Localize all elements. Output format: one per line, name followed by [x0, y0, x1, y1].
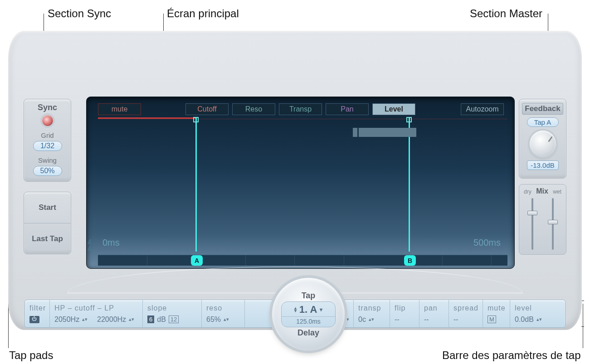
timesig-top: 4 — [88, 239, 92, 246]
spread-label: spread — [453, 304, 478, 312]
flip-label: flip — [395, 304, 414, 312]
flip-cell: flip -- — [390, 300, 419, 327]
mix-label: Mix — [536, 187, 548, 195]
tap-selector-value: 1. A — [299, 304, 317, 315]
reso-label: reso — [206, 304, 240, 312]
tab-transp[interactable]: Transp — [279, 103, 322, 115]
mix-sliders — [522, 195, 563, 250]
tap-delay-medallion: Tap ▴▾ 1. A ▾ 125.0ms Delay — [272, 278, 345, 350]
callout-sync: Section Sync — [48, 7, 111, 20]
filter-power-button[interactable] — [29, 316, 39, 323]
last-tap-pad[interactable]: Last Tap — [24, 223, 71, 254]
feedback-value[interactable]: -13.0dB — [527, 160, 559, 170]
swing-value[interactable]: 50% — [33, 166, 62, 176]
display-body[interactable] — [98, 117, 507, 252]
filter-label: filter — [29, 304, 45, 312]
callout-tapbar: Barre des paramètres de tap — [442, 349, 581, 362]
tap-selector[interactable]: ▴▾ 1. A ▾ — [282, 304, 335, 315]
chevron-down-icon[interactable]: ▾ — [320, 308, 322, 311]
callout-tapbar-line — [583, 304, 583, 348]
sync-section: Sync Grid 1/32 Swing 50% — [24, 99, 71, 182]
medallion-tap-label: Tap — [302, 291, 316, 301]
main-display[interactable]: mute Cutoff Reso Transp Pan Level Autozo… — [86, 97, 515, 269]
callout-master: Section Master — [470, 7, 542, 20]
mute-cell: mute M — [483, 300, 510, 327]
pan-value[interactable]: -- — [424, 315, 429, 324]
timeline-ruler[interactable]: A B — [98, 255, 507, 266]
callout-main: Écran principal — [167, 7, 239, 20]
cutoff-cell: HP – cutoff – LP 2050Hz▴▾ 22000Hz▴▾ — [50, 300, 143, 327]
autozoom-button[interactable]: Autozoom — [461, 103, 504, 115]
tap-marker-a[interactable]: A — [191, 255, 203, 266]
tab-cutoff[interactable]: Cutoff — [185, 103, 229, 115]
display-tabs: mute Cutoff Reso Transp Pan Level Autozo… — [98, 103, 507, 115]
slope-6[interactable]: 6 — [147, 315, 154, 323]
medallion-delay-label: Delay — [297, 328, 319, 338]
mute-label: mute — [488, 304, 505, 312]
filter-cell: filter — [25, 300, 50, 327]
level-label: level — [515, 304, 546, 312]
time-signature: 4 4 — [88, 239, 92, 252]
reso-value[interactable]: 65% — [206, 315, 221, 324]
feedback-box: Feedback Tap A -13.0dB — [519, 99, 566, 179]
flip-value[interactable]: -- — [395, 315, 400, 324]
callout-tapbar-tick2 — [581, 326, 584, 327]
plugin-window: Sync Grid 1/32 Swing 50% Start Last Tap … — [8, 31, 582, 330]
callout-pads: Tap pads — [9, 349, 53, 362]
grid-value[interactable]: 1/32 — [33, 141, 62, 151]
medallion-pill: ▴▾ 1. A ▾ 125.0ms — [281, 301, 336, 327]
dry-slider[interactable] — [526, 198, 539, 250]
dry-label: dry — [524, 189, 531, 195]
transp-label: transp — [358, 304, 385, 312]
tab-pan[interactable]: Pan — [326, 103, 369, 115]
feedback-button[interactable]: Feedback — [522, 103, 563, 115]
transp-value[interactable]: 0c — [358, 315, 366, 324]
cutoff-label: HP – cutoff – LP — [54, 304, 138, 312]
tab-mute[interactable]: mute — [98, 103, 141, 115]
wet-label: wet — [553, 189, 561, 195]
tab-level[interactable]: Level — [372, 103, 415, 115]
swing-label: Swing — [24, 156, 71, 164]
pan-block[interactable] — [353, 128, 416, 137]
time-start: 0ms — [102, 238, 120, 248]
mix-box: dry Mix wet — [519, 184, 566, 255]
grid-label: Grid — [24, 131, 71, 139]
timesig-bot: 4 — [88, 246, 92, 252]
pan-label: pan — [424, 304, 444, 312]
sync-radio[interactable] — [42, 115, 53, 126]
mute-button[interactable]: M — [488, 315, 496, 323]
stepper-icon[interactable]: ▴▾ — [294, 307, 297, 312]
master-section: Feedback Tap A -13.0dB dry Mix wet — [519, 99, 566, 255]
pan-cell: pan -- — [419, 300, 449, 327]
level-cell: level 0.0dB▴▾ — [510, 300, 551, 327]
lp-value[interactable]: 22000Hz — [97, 315, 126, 324]
feedback-tap-select[interactable]: Tap A — [527, 117, 559, 127]
start-pad[interactable]: Start — [24, 192, 71, 223]
level-value[interactable]: 0.0dB — [515, 315, 534, 324]
slope-unit: dB — [157, 315, 166, 324]
wet-slider[interactable] — [546, 198, 560, 250]
slope-12[interactable]: 12 — [169, 315, 179, 323]
spread-value[interactable]: -- — [453, 315, 458, 324]
mute-rule — [98, 119, 507, 119]
tap-pads: Start Last Tap — [24, 192, 71, 254]
spread-cell: spread -- — [449, 300, 483, 327]
hp-value[interactable]: 2050Hz — [54, 315, 79, 324]
reso-cell: reso 65%▴▾ — [202, 300, 245, 327]
tab-reso[interactable]: Reso — [232, 103, 275, 115]
transp-cell: transp 0c▴▾ — [354, 300, 390, 327]
slope-cell: slope 6 dB 12 — [143, 300, 202, 327]
sync-title: Sync — [24, 103, 71, 112]
delay-value[interactable]: 125.0ms — [282, 316, 335, 325]
slope-label: slope — [147, 304, 197, 312]
tap-marker-b[interactable]: B — [404, 255, 416, 266]
time-end: 500ms — [473, 238, 501, 248]
feedback-knob[interactable] — [530, 131, 556, 157]
